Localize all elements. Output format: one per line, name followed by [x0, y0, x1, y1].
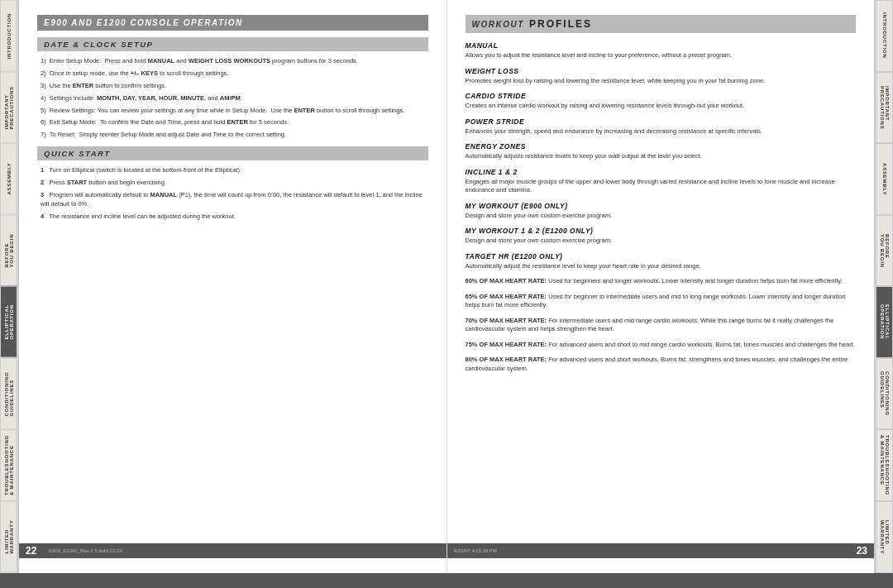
manual-title: MANUAL — [466, 41, 857, 50]
weight-loss-profile: WEIGHT LOSS Promotes weight loss by rais… — [466, 67, 857, 86]
left-tab-before[interactable]: BEFOREYOU BEGIN — [0, 215, 17, 287]
list-item-6: 6) Exit Setup Mode: To confirm the Date … — [37, 118, 428, 127]
hr-70-body: 70% OF MAX HEART RATE: For intermediate … — [466, 317, 857, 334]
workout-title-bold: PROFILES — [529, 18, 592, 30]
date-clock-section: 1) Enter Setup Mode: Press and hold MANU… — [37, 57, 428, 140]
left-footer: 22 E900_E1200_Rev 2.5.indd 22-23 — [19, 543, 446, 558]
power-stride-body: Enhances your strength, speed and endura… — [466, 127, 857, 136]
left-tab-elliptical[interactable]: ELLIPTICALOPERATION — [0, 286, 17, 358]
left-tab-conditioning[interactable]: CONDITIONINGGUIDELINES — [0, 358, 17, 430]
right-tab-introduction[interactable]: INTRODUCTION — [876, 0, 893, 72]
cardio-stride-title: CARDIO STRIDE — [466, 92, 857, 100]
right-tab-conditioning[interactable]: CONDITIONINGGUIDELINES — [876, 358, 893, 430]
list-item-2: 2) Once in setup mode, use the +/– KEYS … — [37, 69, 428, 79]
weight-loss-title: WEIGHT LOSS — [466, 67, 857, 75]
manual-body: Allows you to adjust the resistance leve… — [466, 51, 857, 60]
footer-timestamp: 6/22/07 4:15:18 PM — [454, 548, 845, 553]
my-workout-e900-title: MY WORKOUT (E900 ONLY) — [466, 202, 857, 210]
workout-header: WORKOUT PROFILES — [466, 15, 857, 33]
target-hr-title: TARGET HR (E1200 ONLY) — [466, 252, 857, 261]
left-page-number: 22 — [26, 545, 49, 557]
hr-60-zone: 60% OF MAX HEART RATE: Used for beginner… — [466, 277, 857, 286]
hr-75-body: 75% OF MAX HEART RATE: For advanced user… — [466, 341, 857, 350]
incline-title: INCLINE 1 & 2 — [466, 168, 857, 176]
target-hr-profile: TARGET HR (E1200 ONLY) Automatically adj… — [466, 252, 857, 271]
hr-70-zone: 70% OF MAX HEART RATE: For intermediate … — [466, 317, 857, 334]
cardio-stride-profile: CARDIO STRIDE Creates an intense cardio … — [466, 92, 857, 111]
my-workout-e1200-title: MY WORKOUT 1 & 2 (E1200 ONLY) — [466, 227, 857, 235]
right-tab-precautions[interactable]: IMPORTANTPRECAUTIONS — [876, 72, 893, 144]
list-item-4: 4) Settings include: MONTH, DAY, YEAR, H… — [37, 94, 428, 103]
weight-loss-body: Promotes weight loss by raising and lowe… — [466, 77, 857, 86]
my-workout-e900-profile: MY WORKOUT (E900 ONLY) Design and store … — [466, 202, 857, 221]
hr-60-body: 60% OF MAX HEART RATE: Used for beginner… — [466, 277, 857, 286]
right-page-number: 23 — [844, 545, 867, 557]
hr-80-body: 80% OF MAX HEART RATE: For advanced user… — [466, 356, 857, 373]
left-tab-introduction[interactable]: INTRODUCTION — [0, 0, 17, 72]
my-workout-e900-body: Design and store your own custom exercis… — [466, 212, 857, 221]
main-title: E900 AND E1200 CONSOLE OPERATION — [37, 15, 428, 31]
incline-profile: INCLINE 1 & 2 Engages all major muscle g… — [466, 168, 857, 195]
left-tab-troubleshooting[interactable]: TROUBLESHOOTING& MAINTENANCE — [0, 429, 17, 501]
energy-zones-body: Automatically adjusts resistance levels … — [466, 152, 857, 161]
right-tabs: INTRODUCTION IMPORTANTPRECAUTIONS ASSEMB… — [875, 0, 893, 573]
hr-65-body: 65% OF MAX HEART RATE: Used for beginner… — [466, 293, 857, 310]
left-tab-assembly[interactable]: ASSEMBLY — [0, 143, 17, 215]
my-workout-e1200-profile: MY WORKOUT 1 & 2 (E1200 ONLY) Design and… — [466, 227, 857, 246]
hr-65-zone: 65% OF MAX HEART RATE: Used for beginner… — [466, 293, 857, 310]
qs-item-2: 2 Press START button and begin exercisin… — [37, 179, 428, 188]
right-page: WORKOUT PROFILES MANUAL Allows you to ad… — [447, 0, 875, 573]
hr-80-zone: 80% OF MAX HEART RATE: For advanced user… — [466, 356, 857, 373]
right-tab-assembly[interactable]: ASSEMBLY — [876, 143, 893, 215]
main-content: E900 AND E1200 CONSOLE OPERATION DATE & … — [18, 0, 875, 573]
energy-zones-title: ENERGY ZONES — [466, 142, 857, 151]
section1-title: DATE & CLOCK SETUP — [37, 37, 428, 51]
right-tab-elliptical[interactable]: ELLIPTICALOPERATION — [876, 286, 893, 358]
bottom-bar — [0, 573, 893, 588]
my-workout-e1200-body: Design and store your own custom exercis… — [466, 237, 857, 246]
list-item-7: 7) To Reset: Simply reenter Setup Mode a… — [37, 131, 428, 140]
right-tab-troubleshooting[interactable]: TROUBLESHOOTING& MAINTENANCE — [876, 429, 893, 501]
manual-profile: MANUAL Allows you to adjust the resistan… — [466, 41, 857, 60]
right-tab-warranty[interactable]: LIMITEDWARRANTY — [876, 501, 893, 573]
qs-item-4: 4 The resistance and incline level can b… — [37, 213, 428, 222]
target-hr-body: Automatically adjust the resistance leve… — [466, 262, 857, 271]
qs-item-3: 3 Program will automatically default to … — [37, 191, 428, 209]
quick-start-section: 1 Turn on Elliptical (switch is located … — [37, 166, 428, 221]
power-stride-profile: POWER STRIDE Enhances your strength, spe… — [466, 117, 857, 136]
page-wrapper: INTRODUCTION IMPORTANTPRECAUTIONS ASSEMB… — [0, 0, 893, 573]
right-tab-before[interactable]: BEFOREYOU BEGIN — [876, 215, 893, 287]
left-tabs: INTRODUCTION IMPORTANTPRECAUTIONS ASSEMB… — [0, 0, 18, 573]
incline-body: Engages all major muscle groups of the u… — [466, 178, 857, 195]
power-stride-title: POWER STRIDE — [466, 117, 857, 126]
left-page: E900 AND E1200 CONSOLE OPERATION DATE & … — [19, 0, 447, 573]
list-item-1: 1) Enter Setup Mode: Press and hold MANU… — [37, 57, 428, 66]
list-item-3: 3) Use the ENTER button to confirm setti… — [37, 82, 428, 91]
list-item-5: 5) Review Settings: You can review your … — [37, 107, 428, 116]
cardio-stride-body: Creates an intense cardio workout by rai… — [466, 102, 857, 111]
left-tab-warranty[interactable]: LIMITEDWARRANTY — [0, 501, 17, 573]
hr-75-zone: 75% OF MAX HEART RATE: For advanced user… — [466, 341, 857, 350]
left-tab-precautions[interactable]: IMPORTANTPRECAUTIONS — [0, 72, 17, 144]
right-footer: 6/22/07 4:15:18 PM 23 — [447, 543, 875, 558]
section2-title: QUICK START — [37, 146, 428, 160]
workout-title-italic: WORKOUT — [472, 20, 524, 29]
qs-item-1: 1 Turn on Elliptical (switch is located … — [37, 166, 428, 175]
footer-filename: E900_E1200_Rev 2.5.indd 22-23 — [49, 548, 440, 553]
energy-zones-profile: ENERGY ZONES Automatically adjusts resis… — [466, 142, 857, 161]
